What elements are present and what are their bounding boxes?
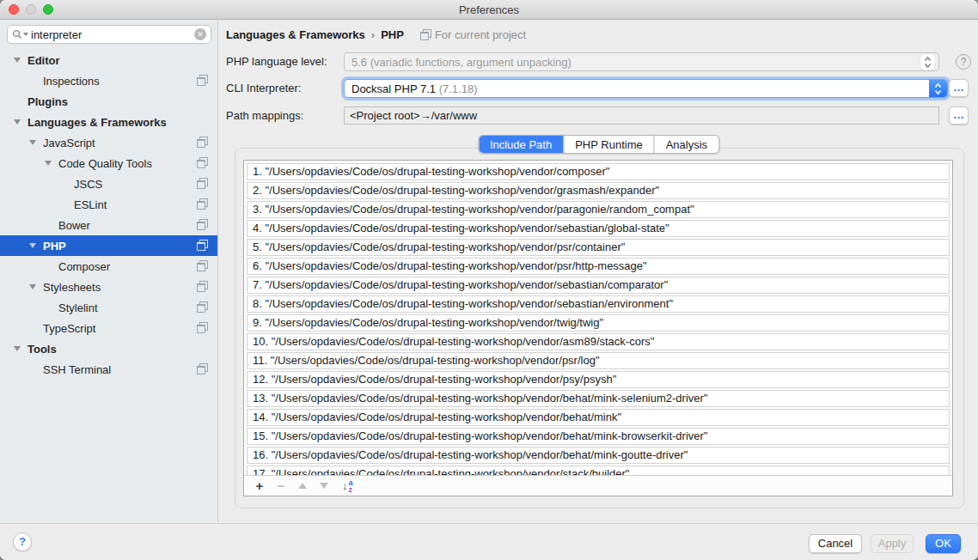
- expand-arrow-icon[interactable]: [29, 243, 36, 248]
- tree-item-label: Stylesheets: [43, 281, 101, 294]
- per-project-settings-icon: [196, 322, 207, 333]
- include-path-row[interactable]: 15. "/Users/opdavies/Code/os/drupal-test…: [247, 428, 950, 445]
- tree-item-label: JSCS: [74, 178, 102, 191]
- include-path-row[interactable]: 11. "/Users/opdavies/Code/os/drupal-test…: [247, 352, 950, 369]
- sort-alphabetically-button[interactable]: ↓ az: [342, 479, 353, 493]
- expand-arrow-icon[interactable]: [14, 58, 21, 63]
- dialog-footer: ? Cancel Apply OK: [0, 523, 978, 560]
- title-bar[interactable]: Preferences: [0, 0, 978, 20]
- expand-arrow-icon[interactable]: [45, 161, 52, 166]
- include-path-row[interactable]: 3. "/Users/opdavies/Code/os/drupal-testi…: [247, 201, 950, 218]
- expand-arrow-icon[interactable]: [14, 346, 21, 351]
- expand-arrow-icon[interactable]: [29, 140, 36, 145]
- scope-note-label: For current project: [435, 28, 526, 41]
- include-path-row[interactable]: 7. "/Users/opdavies/Code/os/drupal-testi…: [247, 277, 950, 294]
- breadcrumb: Languages & Frameworks › PHP For current…: [226, 28, 526, 41]
- remove-path-button[interactable]: −: [274, 478, 288, 493]
- breadcrumb-languages-frameworks[interactable]: Languages & Frameworks: [226, 28, 365, 41]
- include-path-row[interactable]: 1. "/Users/opdavies/Code/os/drupal-testi…: [247, 163, 950, 180]
- window-title: Preferences: [459, 3, 519, 16]
- breadcrumb-separator: ›: [371, 28, 375, 41]
- per-project-settings-icon: [196, 198, 207, 210]
- tree-item-label: Stylelint: [58, 301, 98, 314]
- language-level-select[interactable]: 5.6 (variadic functions, argument unpack…: [344, 52, 939, 71]
- tab-analysis[interactable]: Analysis: [654, 136, 718, 153]
- tree-item-ssh-terminal[interactable]: SSH Terminal: [0, 359, 217, 380]
- include-path-row[interactable]: 9. "/Users/opdavies/Code/os/drupal-testi…: [247, 314, 950, 332]
- include-path-row[interactable]: 6. "/Users/opdavies/Code/os/drupal-testi…: [247, 258, 950, 275]
- apply-button[interactable]: Apply: [871, 534, 914, 553]
- close-window-button[interactable]: [9, 4, 19, 15]
- tree-item-label: SSH Terminal: [43, 363, 111, 376]
- tree-item-inspections[interactable]: Inspections: [0, 70, 217, 91]
- move-down-button[interactable]: [320, 483, 328, 489]
- include-path-row[interactable]: 10. "/Users/opdavies/Code/os/drupal-test…: [247, 333, 950, 350]
- settings-tree: EditorInspectionsPluginsLanguages & Fram…: [0, 50, 217, 380]
- tree-item-jscs[interactable]: JSCS: [0, 173, 217, 194]
- tree-item-composer[interactable]: Composer: [0, 256, 217, 277]
- tree-item-label: Inspections: [43, 75, 100, 88]
- include-path-rows: 1. "/Users/opdavies/Code/os/drupal-testi…: [244, 161, 952, 475]
- scope-note: For current project: [419, 28, 526, 41]
- ok-button[interactable]: OK: [926, 534, 961, 553]
- cli-interpreter-select[interactable]: Docksal PHP 7.1 (7.1.18): [344, 79, 948, 98]
- per-project-settings-icon: [196, 157, 207, 168]
- tree-item-bower[interactable]: Bower: [0, 215, 217, 235]
- include-path-row[interactable]: 12. "/Users/opdavies/Code/os/drupal-test…: [247, 371, 950, 388]
- include-path-row[interactable]: 14. "/Users/opdavies/Code/os/drupal-test…: [247, 409, 950, 426]
- expand-arrow-icon[interactable]: [14, 119, 21, 125]
- tree-item-label: Languages & Frameworks: [28, 116, 167, 129]
- tree-item-stylelint[interactable]: Stylelint: [0, 297, 217, 318]
- include-path-list: 1. "/Users/opdavies/Code/os/drupal-testi…: [243, 160, 953, 496]
- combo-stepper-icon[interactable]: [929, 80, 947, 97]
- add-path-button[interactable]: +: [253, 478, 266, 493]
- per-project-settings-icon: [196, 137, 207, 148]
- path-mappings-browse-button[interactable]: …: [949, 107, 969, 125]
- tree-item-eslint[interactable]: ESLint: [0, 194, 217, 215]
- cli-interpreter-label: CLI Interpreter:: [226, 79, 301, 98]
- settings-search-field[interactable]: ✕: [7, 25, 211, 44]
- tree-item-label: Plugins: [28, 95, 68, 108]
- traffic-lights: [9, 4, 53, 15]
- include-path-row[interactable]: 13. "/Users/opdavies/Code/os/drupal-test…: [247, 390, 950, 407]
- tab-php-runtime[interactable]: PHP Runtime: [563, 136, 654, 153]
- include-path-row[interactable]: 8. "/Users/opdavies/Code/os/drupal-testi…: [247, 295, 950, 313]
- select-stepper-icon[interactable]: [920, 54, 935, 70]
- include-path-row[interactable]: 2. "/Users/opdavies/Code/os/drupal-testi…: [247, 182, 950, 199]
- context-help-icon[interactable]: ?: [956, 54, 971, 70]
- cli-interpreter-browse-button[interactable]: …: [949, 79, 969, 97]
- tree-item-label: TypeScript: [43, 322, 95, 335]
- move-up-button[interactable]: [298, 483, 307, 489]
- tree-item-tools[interactable]: Tools: [0, 338, 217, 359]
- search-icon[interactable]: [12, 29, 28, 40]
- path-mappings-field[interactable]: <Project root>→/var/www: [344, 107, 939, 125]
- tree-item-languages-frameworks[interactable]: Languages & Frameworks: [0, 112, 217, 132]
- cancel-button[interactable]: Cancel: [809, 534, 862, 553]
- tree-item-typescript[interactable]: TypeScript: [0, 318, 217, 338]
- tree-item-plugins[interactable]: Plugins: [0, 91, 217, 112]
- tree-item-label: Bower: [58, 219, 90, 232]
- include-path-toolbar: + − ↓ az: [244, 475, 952, 496]
- language-level-label: PHP language level:: [226, 52, 327, 71]
- per-project-settings-icon: [196, 75, 207, 86]
- include-path-row[interactable]: 16. "/Users/opdavies/Code/os/drupal-test…: [247, 447, 950, 464]
- preferences-window: Preferences ✕ EditorInspectionsPluginsLa…: [0, 0, 978, 560]
- per-project-settings-icon: [196, 363, 207, 374]
- tree-item-editor[interactable]: Editor: [0, 50, 217, 70]
- zoom-window-button[interactable]: [43, 4, 53, 15]
- include-path-row[interactable]: 17. "/Users/opdavies/Code/os/drupal-test…: [247, 466, 950, 475]
- help-button[interactable]: ?: [13, 533, 32, 551]
- per-project-settings-icon: [196, 301, 207, 313]
- include-path-row[interactable]: 5. "/Users/opdavies/Code/os/drupal-testi…: [247, 239, 950, 256]
- tree-item-label: Tools: [28, 343, 57, 356]
- search-input[interactable]: [28, 28, 194, 41]
- tree-item-stylesheets[interactable]: Stylesheets: [0, 277, 217, 297]
- minimize-window-button[interactable]: [26, 4, 36, 15]
- tree-item-php[interactable]: PHP: [0, 235, 217, 256]
- tree-item-javascript[interactable]: JavaScript: [0, 132, 217, 153]
- expand-arrow-icon[interactable]: [29, 284, 36, 289]
- include-path-row[interactable]: 4. "/Users/opdavies/Code/os/drupal-testi…: [247, 220, 950, 237]
- tree-item-code-quality-tools[interactable]: Code Quality Tools: [0, 153, 217, 173]
- tab-include-path[interactable]: Include Path: [479, 136, 563, 153]
- clear-search-icon[interactable]: ✕: [194, 28, 206, 40]
